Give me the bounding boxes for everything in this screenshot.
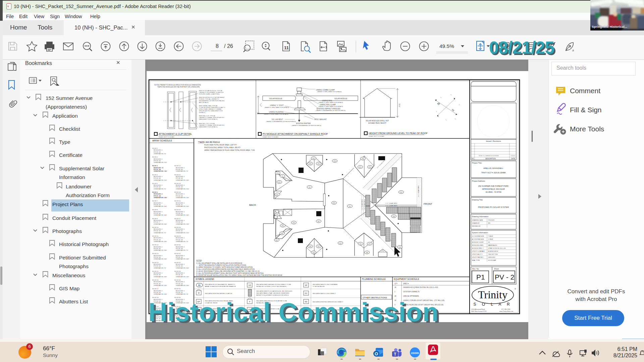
svg-text:ORIENTATION: 345°: ORIENTATION: 345°: [176, 179, 189, 181]
svg-text:ORIENTATION: 250°: ORIENTATION: 250°: [154, 179, 167, 181]
svg-text:MODULES: 0: MODULES: 0: [176, 184, 185, 186]
svg-text:PITCH: 30°: PITCH: 30°: [176, 274, 183, 276]
svg-text:ROOF 6: ROOF 6: [152, 191, 158, 193]
svg-text:MODULES: 0: MODULES: 0: [176, 246, 185, 248]
svg-text:ROOF 1: ROOF 1: [152, 147, 158, 149]
svg-text:S O L A R: S O L A R: [473, 302, 512, 307]
svg-text:7.38kW: 7.38kW: [488, 235, 493, 237]
svg-text:ORIENTATION: 340°: ORIENTATION: 340°: [154, 223, 167, 225]
svg-text:INDICATES ROOF DESIGNATION . R: INDICATES ROOF DESIGNATION . REFER TO: [205, 284, 235, 285]
svg-text:MODULES: 0: MODULES: 0: [154, 176, 163, 177]
svg-text:ARRAY SCHEDULE: ARRAY SCHEDULE: [152, 139, 172, 142]
svg-text:R4: R4: [309, 187, 311, 188]
svg-text:ROOF 17: ROOF 17: [152, 288, 159, 290]
svg-text:MODULES: 0: MODULES: 0: [176, 237, 185, 239]
svg-text:QTY: QTY: [394, 283, 397, 285]
svg-text:1.) ALL EQUIPMENT SHALL BE IN: 1.) ALL EQUIPMENT SHALL BE INSTALLED IN …: [196, 262, 242, 264]
svg-text:Authorization Form: Authorization Form: [66, 192, 110, 198]
svg-text:ROOF 31: ROOF 31: [174, 253, 181, 254]
svg-text:9'-0" CLEAR PATH: 9'-0" CLEAR PATH: [418, 185, 419, 197]
svg-text:MODULES: 0: MODULES: 0: [176, 202, 185, 204]
svg-text:ARRAY SCHEDULE FOR MORE INFORM: ARRAY SCHEDULE FOR MORE INFORMATION: [205, 286, 236, 287]
svg-text:MODULES: 6: MODULES: 6: [154, 193, 163, 195]
svg-text:ORIENTATION: 75°: ORIENTATION: 75°: [176, 249, 189, 251]
svg-text:SP: SP: [305, 284, 308, 286]
svg-text:Photographs: Photographs: [52, 228, 82, 234]
svg-text:ROOF 8: ROOF 8: [152, 209, 158, 210]
svg-text:Landowner: Landowner: [66, 184, 92, 189]
svg-text:SOLAR MODULE: SOLAR MODULE: [334, 98, 347, 100]
svg-text:MODULES: 0: MODULES: 0: [176, 211, 185, 213]
svg-text:INDICATES NEW PV ONLY SUBPANEL: INDICATES NEW PV ONLY SUBPANEL: [313, 284, 338, 285]
svg-text:ORIENTATION: 70°: ORIENTATION: 70°: [154, 188, 166, 190]
svg-text:ISSUED TO COMMISSION FOR REVIE: ISSUED TO COMMISSION FOR REVIEW: [479, 155, 499, 157]
svg-text:UTILITY ACCT #: UTILITY ACCT #: [472, 253, 483, 255]
svg-text:( REFER TO SPEC SHEET FOR DETA: ( REFER TO SPEC SHEET FOR DETAILS): [318, 102, 343, 103]
svg-text:SOLAR MODULES SHALL NOT: SOLAR MODULES SHALL NOT: [366, 120, 389, 122]
svg-text:*DEPICTED MODULES MAY BE PORTR: *DEPICTED MODULES MAY BE PORTRAIT OR LAN…: [157, 86, 200, 88]
svg-text:MODULE COUNT: MODULE COUNT: [472, 241, 484, 243]
svg-text:UNIRAC FLASHING: UNIRAC FLASHING: [269, 111, 284, 113]
svg-text:ORIENTATION: 70°: ORIENTATION: 70°: [154, 153, 166, 155]
svg-text:ORIENTATION: 340°: ORIENTATION: 340°: [154, 205, 167, 207]
svg-text:MODULES: 0: MODULES: 0: [176, 263, 185, 265]
svg-text:Conduit Placement: Conduit Placement: [52, 215, 97, 221]
svg-text:PITCH: 34°: PITCH: 34°: [154, 230, 161, 232]
svg-text:ORIENTATION: 160°: ORIENTATION: 160°: [176, 197, 189, 198]
svg-text:R27: R27: [318, 246, 320, 247]
svg-text:(Appropriateness): (Appropriateness): [46, 104, 87, 110]
svg-text:PITCH: 34°: PITCH: 34°: [154, 248, 161, 249]
svg-text:MODULES: 0: MODULES: 0: [154, 263, 163, 265]
svg-text:4w: 4w: [450, 94, 452, 96]
svg-text:R37: R37: [318, 221, 320, 222]
svg-text:Issued / Revisions: Issued / Revisions: [486, 140, 501, 142]
svg-text:R15: R15: [369, 243, 371, 245]
svg-text:ROOF 16: ROOF 16: [152, 279, 159, 281]
svg-text:INDICATES EXISTING METER LOCAT: INDICATES EXISTING METER LOCATION: [205, 293, 232, 294]
svg-text:INDICATES NEW UNFUSED PV DISCO: INDICATES NEW UNFUSED PV DISCONNECT TO B…: [256, 284, 291, 285]
svg-text:R18: R18: [281, 233, 283, 234]
svg-text:R16: R16: [293, 222, 295, 224]
svg-text:ROOF 15: ROOF 15: [152, 270, 159, 272]
svg-text:PITCH: 34°: PITCH: 34°: [176, 283, 183, 285]
svg-text:MODULES: 0: MODULES: 0: [176, 176, 185, 177]
svg-text:7/15/2025: 7/15/2025: [488, 219, 495, 221]
svg-text:034551922: 034551922: [488, 256, 495, 258]
svg-text:S.S. LAG BOLT: S.S. LAG BOLT: [272, 119, 283, 120]
svg-text:MODULE SPEC #: MODULE SPEC #: [472, 247, 484, 249]
svg-text:( REFER TO ENGINEERING LETTER: ( REFER TO ENGINEERING LETTER FOR SPECS): [291, 125, 322, 126]
svg-text:PITCH: 34°: PITCH: 34°: [154, 204, 161, 205]
svg-text:PITCH: 34°: PITCH: 34°: [154, 265, 161, 267]
svg-text:MODULES: 0: MODULES: 0: [154, 228, 163, 230]
svg-text:ORIENTATION: 340°: ORIENTATION: 340°: [176, 267, 189, 269]
svg-text:PITCH: 36°: PITCH: 36°: [154, 274, 161, 276]
svg-text:WX: WX: [488, 222, 490, 224]
svg-text:Information: Information: [59, 174, 85, 180]
svg-text:ROOF 32: ROOF 32: [174, 262, 181, 263]
svg-text:ROOF 3: ROOF 3: [152, 165, 158, 167]
svg-text:PITCH: 34°: PITCH: 34°: [154, 239, 161, 241]
svg-text:ORIENTATION: 340°: ORIENTATION: 340°: [176, 285, 189, 286]
svg-text:( REFER TO SPEC SHEET FOR DETA: ( REFER TO SPEC SHEET FOR DETAILS): [317, 91, 342, 93]
svg-text:EXISTING ASPHALT SHINGLES: EXISTING ASPHALT SHINGLES: [317, 108, 340, 110]
svg-text:PITCH: 34°: PITCH: 34°: [154, 160, 161, 162]
svg-text:8: 8: [216, 43, 219, 49]
svg-text:ROOF 5: ROOF 5: [152, 183, 158, 184]
svg-text:Supplemental Solar: Supplemental Solar: [59, 166, 104, 171]
svg-text:MODULES: 0: MODULES: 0: [154, 184, 163, 186]
svg-text:Project Title:: Project Title:: [472, 162, 482, 164]
svg-text:Abutters List: Abutters List: [59, 299, 88, 304]
svg-text:1'-6" CLEAR PATH: 1'-6" CLEAR PATH: [364, 199, 365, 210]
svg-text:DRAWN BY: DRAWN BY: [472, 222, 480, 224]
svg-text:ROOF 28: ROOF 28: [174, 227, 181, 228]
svg-text:R23: R23: [334, 161, 336, 162]
svg-text:ROOF 30: ROOF 30: [174, 244, 181, 246]
svg-text:EXISTING RAFTER: EXISTING RAFTER: [296, 123, 311, 124]
svg-text:UTILITY COMPANY: UTILITY COMPANY: [472, 250, 485, 252]
svg-text:1'-6" CLEAR PATH: 1'-6" CLEAR PATH: [385, 205, 397, 206]
svg-text:US7S700H-USMM6L7S: US7S700H-USMM6L7S: [403, 291, 419, 293]
svg-text:PITCH: 34°: PITCH: 34°: [154, 213, 161, 214]
svg-text:4.) AN AC DISCONNECT SHALL BE: 4.) AN AC DISCONNECT SHALL BE GROUPED WI…: [196, 270, 260, 272]
svg-text:7300 347 7194: 7300 347 7194: [488, 253, 498, 255]
svg-text:ORIENTATION: 160°: ORIENTATION: 160°: [176, 276, 189, 278]
